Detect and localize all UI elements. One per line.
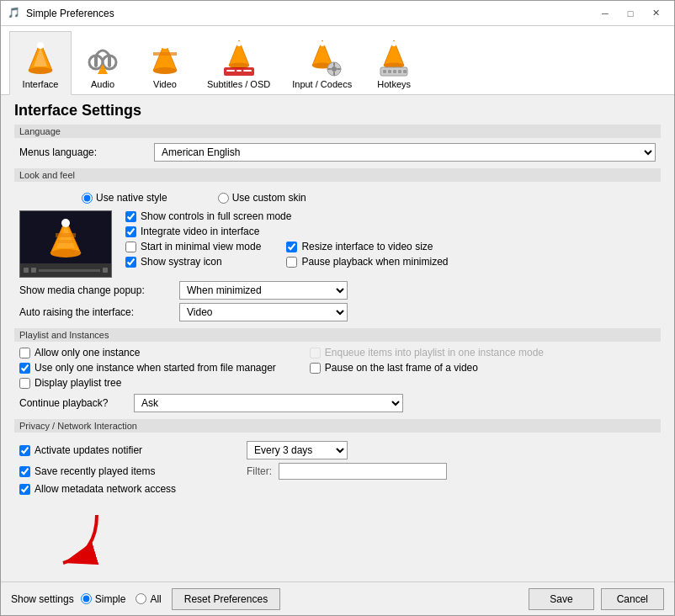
cb-playlist-tree[interactable]: Display playlist tree <box>19 377 276 389</box>
svg-rect-43 <box>58 240 73 243</box>
cb-minimal[interactable]: Start in minimal view mode <box>125 241 261 252</box>
svg-point-24 <box>332 66 337 72</box>
nav-item-subtitles[interactable]: Subtitles / OSD <box>196 31 281 94</box>
auto-raising-select[interactable]: Video <box>179 303 348 321</box>
svg-rect-12 <box>153 52 177 56</box>
settings-panel: Language Menus language: American Englis… <box>1 125 674 581</box>
video-icon <box>145 37 185 77</box>
minimize-button[interactable]: ─ <box>593 4 617 23</box>
nav-item-interface[interactable]: Interface <box>9 31 72 95</box>
svg-rect-42 <box>56 233 76 237</box>
svg-rect-25 <box>333 62 335 66</box>
all-label: All <box>150 593 161 605</box>
svg-point-2 <box>29 67 52 74</box>
auto-raising-label: Auto raising the interface: <box>19 306 179 318</box>
maximize-button[interactable]: □ <box>619 4 642 23</box>
window-controls: ─ □ ✕ <box>593 4 667 23</box>
language-section: Language Menus language: American Englis… <box>14 125 661 162</box>
svg-point-3 <box>37 42 44 49</box>
native-style-radio[interactable]: Use native style <box>82 192 167 204</box>
cb-integrate[interactable]: Integrate video in interface <box>125 226 656 237</box>
nav-label-subtitles: Subtitles / OSD <box>207 79 270 89</box>
cb-pause[interactable]: Pause playback when minimized <box>286 256 448 268</box>
cb-one-instance[interactable]: Allow only one instance <box>19 347 276 358</box>
svg-rect-35 <box>393 70 396 73</box>
recently-row: Save recently played items Filter: <box>19 463 656 480</box>
media-popup-label: Show media change popup: <box>19 284 179 296</box>
auto-raising-row: Auto raising the interface: Video <box>14 303 661 321</box>
svg-rect-17 <box>226 70 235 72</box>
svg-point-40 <box>50 249 81 258</box>
metadata-row: Allow metadata network access <box>19 483 656 495</box>
media-popup-select[interactable]: When minimized <box>179 281 348 300</box>
cb-fullscreen[interactable]: Show controls in full screen mode <box>125 210 656 222</box>
svg-point-15 <box>237 41 242 46</box>
cb-resize[interactable]: Resize interface to video size <box>286 241 448 252</box>
nav-label-input: Input / Codecs <box>292 79 352 89</box>
cb-metadata[interactable]: Allow metadata network access <box>19 483 176 495</box>
reset-preferences-button[interactable]: Reset Preferences <box>172 588 280 610</box>
nav-label-hotkeys: Hotkeys <box>377 79 411 89</box>
page-title: Interface Settings <box>1 95 674 125</box>
continue-label: Continue playback? <box>19 397 120 409</box>
close-button[interactable]: ✕ <box>644 4 667 23</box>
interface-icon <box>20 37 61 77</box>
menus-language-select[interactable]: American English <box>154 143 656 162</box>
cb-file-manager[interactable]: Use only one instance when started from … <box>19 362 276 374</box>
vlc-preview <box>19 210 112 278</box>
audio-icon <box>82 37 123 77</box>
look-section: Look and feel Use native style Use custo… <box>14 168 661 321</box>
nav-item-input[interactable]: Input / Codecs <box>281 31 363 94</box>
continue-row: Continue playback? Ask <box>14 394 661 412</box>
nav-item-video[interactable]: Video <box>134 31 196 94</box>
vlc-preview-cone <box>45 216 87 260</box>
cancel-button[interactable]: Cancel <box>601 588 664 610</box>
svg-rect-26 <box>333 72 335 76</box>
svg-point-10 <box>153 67 177 74</box>
svg-rect-6 <box>94 56 98 67</box>
updates-select[interactable]: Every 3 days <box>247 441 348 459</box>
filter-input[interactable] <box>279 463 447 480</box>
all-radio[interactable]: All <box>136 593 161 605</box>
playlist-header: Playlist and Instances <box>14 328 661 342</box>
nav-item-hotkeys[interactable]: Hotkeys <box>363 31 425 94</box>
subtitles-icon <box>219 37 259 77</box>
continue-select[interactable]: Ask <box>134 394 403 412</box>
input-icon <box>302 37 343 77</box>
menus-language-row: Menus language: American English <box>14 143 661 162</box>
updates-row: Activate updates notifier Every 3 days <box>19 441 656 459</box>
filter-label: Filter: <box>247 465 272 477</box>
cb-systray[interactable]: Show systray icon <box>125 256 261 268</box>
title-bar-text: Simple Preferences <box>26 8 593 19</box>
show-settings-label: Show settings <box>11 593 74 605</box>
cb-updates[interactable]: Activate updates notifier <box>19 444 238 456</box>
svg-point-11 <box>162 42 168 49</box>
nav-item-audio[interactable]: Audio <box>72 31 134 94</box>
cb-recently[interactable]: Save recently played items <box>19 465 238 477</box>
app-icon: 🎵 <box>8 7 21 20</box>
privacy-section: Privacy / Network Interaction Activate u… <box>14 419 661 502</box>
updates-left: Activate updates notifier <box>19 444 238 456</box>
media-popup-row: Show media change popup: When minimized <box>14 281 661 300</box>
custom-skin-label: Use custom skin <box>232 192 306 204</box>
title-bar: 🎵 Simple Preferences ─ □ ✕ <box>1 1 674 26</box>
svg-point-41 <box>61 219 70 227</box>
style-radio-group: Use native style Use custom skin <box>14 187 661 207</box>
preview-controls: Show controls in full screen mode Integr… <box>125 210 656 268</box>
recently-left: Save recently played items <box>19 465 238 477</box>
content-area: Interface Settings Language Menus langua… <box>1 95 674 615</box>
svg-rect-34 <box>388 70 391 73</box>
simple-radio[interactable]: Simple <box>81 593 126 605</box>
cb-last-frame[interactable]: Pause on the last frame of a video <box>310 362 544 374</box>
custom-skin-radio[interactable]: Use custom skin <box>218 192 306 204</box>
svg-rect-37 <box>403 70 407 73</box>
svg-point-22 <box>320 41 325 46</box>
hotkeys-icon <box>374 37 414 77</box>
svg-rect-19 <box>243 70 252 72</box>
nav-bar: Interface Audio <box>1 26 674 95</box>
save-button[interactable]: Save <box>529 588 593 610</box>
svg-rect-27 <box>327 68 332 70</box>
bottom-bar: Show settings Simple All Reset Preferenc… <box>1 581 674 615</box>
cb-enqueue[interactable]: Enqueue items into playlist in one insta… <box>310 347 544 358</box>
main-window: 🎵 Simple Preferences ─ □ ✕ Interface <box>0 0 675 616</box>
